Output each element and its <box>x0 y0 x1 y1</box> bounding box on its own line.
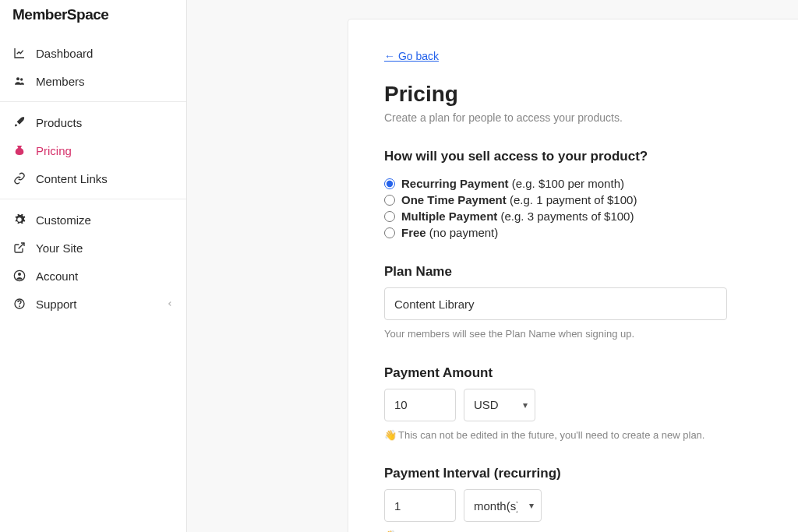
radio-one-time-payment[interactable]: One Time Payment (e.g. 1 payment of $100… <box>384 192 798 208</box>
payment-interval-help: 👋This can not be edited in the future, y… <box>384 528 798 532</box>
interval-unit-select[interactable]: month(s) <box>464 489 542 522</box>
payment-amount-help: 👋This can not be edited in the future, y… <box>384 428 798 443</box>
members-icon <box>12 74 26 88</box>
sidebar-item-label: Members <box>36 75 85 88</box>
radio-multiple-payment[interactable]: Multiple Payment (e.g. 3 payments of $10… <box>384 208 798 224</box>
sidebar-item-label: Your Site <box>36 241 83 255</box>
svg-point-0 <box>16 77 19 80</box>
radio-free[interactable]: Free (no payment) <box>384 224 798 241</box>
sidebar-item-support[interactable]: Support <box>0 290 186 318</box>
sidebar-item-label: Account <box>36 270 78 283</box>
rocket-icon <box>12 115 26 129</box>
payment-type-radio-group: Recurring Payment (e.g. $100 per month) … <box>384 175 798 241</box>
go-back-link[interactable]: ← Go back <box>384 50 439 62</box>
sidebar-item-label: Dashboard <box>36 47 93 60</box>
sidebar-item-label: Support <box>36 298 77 311</box>
help-icon <box>12 297 26 311</box>
svg-point-3 <box>18 273 21 276</box>
payment-interval-label: Payment Interval (recurring) <box>384 466 798 481</box>
main-content: ← Go back Pricing Create a plan for peop… <box>187 0 798 532</box>
link-icon <box>12 171 26 185</box>
external-icon <box>12 241 26 255</box>
plan-name-label: Plan Name <box>384 264 798 280</box>
brand-logo: MemberSpace <box>0 0 186 33</box>
sidebar-item-account[interactable]: Account <box>0 262 186 290</box>
chevron-right-icon <box>166 298 174 310</box>
payment-amount-input[interactable] <box>384 389 456 421</box>
sell-access-question: How will you sell access to your product… <box>384 149 798 164</box>
sidebar-item-label: Content Links <box>36 172 108 185</box>
account-icon <box>12 269 26 283</box>
svg-point-5 <box>19 306 20 307</box>
gear-icon <box>12 213 26 227</box>
page-title: Pricing <box>384 82 798 107</box>
sidebar: MemberSpace Dashboard Members Products <box>0 0 187 532</box>
sidebar-item-products[interactable]: Products <box>0 108 186 136</box>
pricing-form-card: ← Go back Pricing Create a plan for peop… <box>348 19 798 532</box>
sidebar-item-label: Customize <box>36 213 91 227</box>
sidebar-item-customize[interactable]: Customize <box>0 206 186 234</box>
sidebar-item-label: Pricing <box>36 144 72 157</box>
radio-input[interactable] <box>384 178 395 189</box>
sidebar-item-your-site[interactable]: Your Site <box>0 234 186 262</box>
plan-name-help: Your members will see the Plan Name when… <box>384 326 798 342</box>
payment-amount-label: Payment Amount <box>384 365 798 381</box>
money-bag-icon <box>12 143 26 157</box>
currency-select[interactable]: USD <box>464 389 535 421</box>
wave-icon: 👋 <box>384 429 397 441</box>
page-subtitle: Create a plan for people to access your … <box>384 111 798 124</box>
radio-input[interactable] <box>384 227 395 238</box>
radio-input[interactable] <box>384 211 395 222</box>
radio-recurring-payment[interactable]: Recurring Payment (e.g. $100 per month) <box>384 175 798 192</box>
radio-input[interactable] <box>384 195 395 206</box>
svg-point-1 <box>20 78 23 80</box>
sidebar-item-members[interactable]: Members <box>0 67 186 95</box>
plan-name-input[interactable] <box>384 287 727 320</box>
sidebar-item-content-links[interactable]: Content Links <box>0 164 186 192</box>
payment-interval-input[interactable] <box>384 489 456 522</box>
sidebar-item-dashboard[interactable]: Dashboard <box>0 39 186 67</box>
sidebar-item-pricing[interactable]: Pricing <box>0 136 186 164</box>
sidebar-item-label: Products <box>36 116 82 129</box>
chart-icon <box>12 46 26 60</box>
